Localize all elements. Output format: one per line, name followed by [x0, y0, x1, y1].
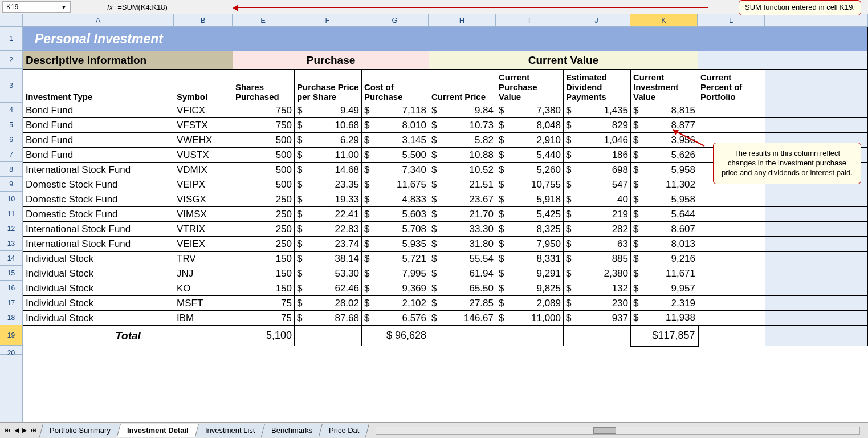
- hdr-investment-type[interactable]: Investment Type: [23, 70, 174, 103]
- cell-div[interactable]: $63: [564, 237, 631, 252]
- hdr-symbol[interactable]: Symbol: [174, 70, 233, 103]
- cell-ival[interactable]: $9,957: [631, 281, 698, 296]
- cell-pps[interactable]: $22.83: [295, 222, 362, 237]
- cell-pps[interactable]: $10.68: [295, 118, 362, 133]
- cell-percent[interactable]: [698, 118, 765, 133]
- cell-type[interactable]: Individual Stock: [23, 311, 174, 326]
- hdr-pval[interactable]: Current Purchase Value: [496, 70, 564, 103]
- tab-nav-prev-icon[interactable]: ◀: [13, 427, 20, 434]
- cell-price[interactable]: $21.70: [429, 207, 496, 222]
- cell-ival[interactable]: $11,938: [631, 311, 698, 326]
- tab-benchmarks[interactable]: Benchmarks: [261, 424, 323, 437]
- row-header-6[interactable]: 6: [0, 132, 22, 147]
- cell-percent[interactable]: [698, 222, 765, 237]
- cell-div[interactable]: $698: [564, 163, 631, 177]
- cell-symbol[interactable]: KO: [174, 281, 233, 296]
- cell-price[interactable]: $21.51: [429, 177, 496, 192]
- title-cell[interactable]: Personal Investment: [23, 27, 233, 51]
- cell-type[interactable]: Individual Stock: [23, 266, 174, 281]
- hdr-shares[interactable]: Shares Purchased: [233, 70, 295, 103]
- cell-cost[interactable]: $7,995: [362, 266, 429, 281]
- cell-symbol[interactable]: VUSTX: [174, 148, 233, 163]
- cell-price[interactable]: $10.52: [429, 163, 496, 177]
- cell-div[interactable]: $1,435: [564, 103, 631, 118]
- col-header-H[interactable]: H: [429, 14, 496, 26]
- cell-percent[interactable]: [698, 266, 765, 281]
- cell-pps[interactable]: $22.41: [295, 207, 362, 222]
- row-header-9[interactable]: 9: [0, 177, 22, 192]
- cell-div[interactable]: $1,046: [564, 133, 631, 148]
- cell-shares[interactable]: 150: [233, 281, 295, 296]
- cell-pval[interactable]: $2,089: [496, 296, 564, 311]
- row-header-4[interactable]: 4: [0, 103, 22, 117]
- cell-pval[interactable]: $8,331: [496, 252, 564, 266]
- cell-pval[interactable]: $11,000: [496, 311, 564, 326]
- cell-price[interactable]: $10.88: [429, 148, 496, 163]
- cell-cost[interactable]: $4,833: [362, 192, 429, 207]
- cell-symbol[interactable]: JNJ: [174, 266, 233, 281]
- cell-pval[interactable]: $8,048: [496, 118, 564, 133]
- cell-type[interactable]: Bond Fund: [23, 148, 174, 163]
- cell-cost[interactable]: $5,500: [362, 148, 429, 163]
- cell-type[interactable]: Individual Stock: [23, 281, 174, 296]
- cell-ival[interactable]: $9,216: [631, 252, 698, 266]
- cell-div[interactable]: $219: [564, 207, 631, 222]
- row-header-13[interactable]: 13: [0, 236, 22, 251]
- cell-cost[interactable]: $11,675: [362, 177, 429, 192]
- cell-ival[interactable]: $5,644: [631, 207, 698, 222]
- cell-pps[interactable]: $9.49: [295, 103, 362, 118]
- col-header-K[interactable]: K: [630, 14, 698, 26]
- cell-pps[interactable]: $19.33: [295, 192, 362, 207]
- cell-symbol[interactable]: VEIEX: [174, 237, 233, 252]
- cell-pval[interactable]: $7,950: [496, 237, 564, 252]
- cell-shares[interactable]: 75: [233, 311, 295, 326]
- col-header-J[interactable]: J: [563, 14, 630, 26]
- cell-type[interactable]: International Stock Fund: [23, 163, 174, 177]
- cell-shares[interactable]: 500: [233, 148, 295, 163]
- cell-shares[interactable]: 250: [233, 222, 295, 237]
- cell-percent[interactable]: [698, 296, 765, 311]
- total-cost[interactable]: $ 96,628: [362, 326, 429, 346]
- cell-pval[interactable]: $5,425: [496, 207, 564, 222]
- cell-symbol[interactable]: TRV: [174, 252, 233, 266]
- cell-symbol[interactable]: VIMSX: [174, 207, 233, 222]
- cell-symbol[interactable]: VFSTX: [174, 118, 233, 133]
- cell-shares[interactable]: 500: [233, 177, 295, 192]
- col-header-G[interactable]: G: [361, 14, 429, 26]
- cell-pps[interactable]: $14.68: [295, 163, 362, 177]
- cell-ival[interactable]: $5,626: [631, 148, 698, 163]
- cell-pval[interactable]: $7,380: [496, 103, 564, 118]
- grid[interactable]: Personal Investment Descriptive Informat…: [23, 27, 868, 422]
- row-header-5[interactable]: 5: [0, 117, 22, 132]
- tab-nav-next-icon[interactable]: ▶: [21, 427, 28, 434]
- cell-cost[interactable]: $2,102: [362, 296, 429, 311]
- total-ival-selected[interactable]: $117,857: [631, 326, 698, 346]
- cell-percent[interactable]: [698, 237, 765, 252]
- cell-type[interactable]: Individual Stock: [23, 296, 174, 311]
- cell-ival[interactable]: $11,671: [631, 266, 698, 281]
- row-header-17[interactable]: 17: [0, 295, 22, 310]
- cell-ival[interactable]: $5,958: [631, 192, 698, 207]
- cell-type[interactable]: Bond Fund: [23, 103, 174, 118]
- cell-price[interactable]: $65.50: [429, 281, 496, 296]
- cell-price[interactable]: $33.30: [429, 222, 496, 237]
- section-current[interactable]: Current Value: [429, 51, 698, 70]
- tab-investment-detail[interactable]: Investment Detail: [117, 424, 199, 437]
- cell-ival[interactable]: $2,319: [631, 296, 698, 311]
- tab-nav-last-icon[interactable]: ⏭: [29, 427, 38, 434]
- cell-type[interactable]: Domestic Stock Fund: [23, 192, 174, 207]
- tab-price-data[interactable]: Price Dat: [319, 424, 370, 437]
- row-header-8[interactable]: 8: [0, 162, 22, 177]
- cell-percent[interactable]: [698, 103, 765, 118]
- cell-pval[interactable]: $2,910: [496, 133, 564, 148]
- hdr-ival[interactable]: Current Investment Value: [631, 70, 698, 103]
- formula-input[interactable]: [117, 3, 209, 11]
- cell-shares[interactable]: 250: [233, 207, 295, 222]
- name-box[interactable]: K19 ▼: [2, 1, 71, 13]
- cell-price[interactable]: $146.67: [429, 311, 496, 326]
- cell-div[interactable]: $40: [564, 192, 631, 207]
- cell-price[interactable]: $61.94: [429, 266, 496, 281]
- cell-cost[interactable]: $3,145: [362, 133, 429, 148]
- cell-percent[interactable]: [698, 311, 765, 326]
- cell-ival[interactable]: $8,607: [631, 222, 698, 237]
